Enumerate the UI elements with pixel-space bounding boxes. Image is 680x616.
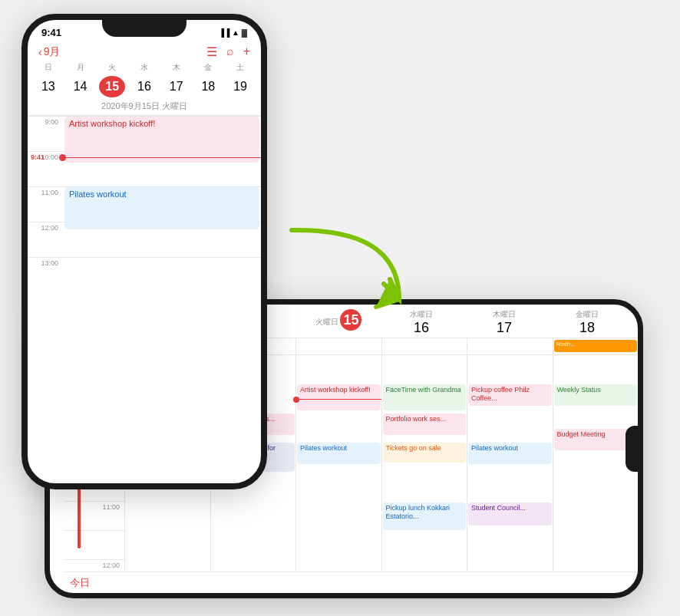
time-grid-portrait: 9:00 Artist workshop kickoff! 9:41 10:00… [28, 116, 261, 468]
allday-col-16 [382, 338, 468, 354]
event-pickup-coffee[interactable]: Pickup coffee Philz Coffee... [468, 384, 552, 406]
col-date-18[interactable]: 18 [546, 320, 629, 336]
date-15-today[interactable]: 15 [99, 76, 125, 97]
weekday-wed: 水 [131, 62, 157, 73]
time-content-13 [63, 258, 261, 292]
time-slot-11h [64, 530, 124, 559]
phone-portrait: 9:41 ▐▐ ▲ ▓ ‹ 9月 ☰ ⌕ + 日 月 火 水 木 金 土 13 … [21, 14, 267, 489]
today-button[interactable]: 今日 [70, 577, 90, 588]
notch [102, 20, 187, 37]
time-label-9: 9:00 [28, 117, 63, 126]
event-pilates-l[interactable]: Pilates workout [297, 443, 381, 464]
allday-col-15 [296, 338, 382, 354]
weekday-sun: 日 [35, 62, 61, 73]
date-16[interactable]: 16 [131, 76, 157, 97]
arrow-svg [276, 222, 414, 330]
back-chevron[interactable]: ‹ [38, 46, 42, 58]
time-content-9: Artist workshop kickoff! [63, 117, 261, 151]
time-label-12: 12:00 [28, 222, 63, 232]
arrow-container [276, 222, 414, 333]
time-label-13: 13:00 [28, 258, 63, 267]
current-time-line-landscape [296, 399, 381, 400]
list-icon[interactable]: ☰ [206, 44, 217, 59]
date-14[interactable]: 14 [68, 76, 94, 97]
dates-row: 13 14 15 16 17 18 19 [28, 74, 261, 99]
event-student-council[interactable]: Student Council... [468, 502, 552, 525]
event-portfolio-16[interactable]: Portfolio work ses... [383, 413, 467, 435]
time-label-11: 11:00 [28, 187, 63, 196]
day-col-15: Artist workshop kickoff! Pilates workout [296, 355, 382, 572]
col-day-18: 金曜日 [576, 310, 599, 318]
weekday-fri: 金 [195, 62, 221, 73]
time-content-11: Pilates workout [63, 187, 261, 222]
month-title: 9月 [44, 45, 61, 59]
time-slot-11: 11:00 [64, 501, 124, 530]
today-button-row: 今日 [64, 572, 638, 593]
time-content-12 [63, 222, 261, 257]
event-artist-l[interactable]: Artist workshop kickoff! [297, 384, 381, 410]
add-icon[interactable]: + [243, 44, 250, 59]
time-row-9: 9:00 Artist workshop kickoff! [28, 116, 261, 151]
month-back[interactable]: ‹ 9月 [38, 45, 60, 59]
time-row-11: 11:00 Pilates workout [28, 186, 261, 222]
event-budget-meeting[interactable]: Budget Meeting [554, 429, 638, 450]
date-18[interactable]: 18 [195, 76, 221, 97]
weekday-thu: 木 [163, 62, 190, 73]
weekday-labels: 日 月 火 水 木 金 土 [28, 61, 261, 74]
event-tickets[interactable]: Tickets go on sale [383, 443, 467, 463]
selected-date-label: 2020年9月15日 火曜日 [28, 99, 261, 116]
header-icons: ☰ ⌕ + [206, 44, 250, 59]
date-17[interactable]: 17 [163, 76, 190, 97]
notch-landscape-right [626, 426, 638, 472]
event-artist-label: Artist workshop kickoff! [69, 119, 155, 128]
weekday-tue: 火 [99, 62, 125, 73]
time-slot-12: 12:00 [64, 559, 124, 572]
current-time-label: 9:41 [31, 153, 45, 161]
current-time-line [63, 157, 261, 158]
col-header-18: 金曜日 18 [546, 309, 629, 336]
time-row-12: 12:00 [28, 222, 261, 257]
col-day-17: 木曜日 [493, 310, 516, 318]
col-date-17[interactable]: 17 [463, 320, 546, 336]
status-icons: ▐▐ ▲ ▓ [219, 28, 247, 37]
day-col-17: Pickup coffee Philz Coffee... Pilates wo… [467, 355, 553, 572]
event-pilates-label: Pilates workout [69, 189, 127, 199]
day-col-16: FaceTime with Grandma Portfolio work ses… [382, 355, 468, 572]
col-header-17: 木曜日 17 [463, 309, 546, 336]
event-pickup-lunch[interactable]: Pickup lunch Kokkari Estatorio... [383, 502, 467, 530]
weekday-mon: 月 [68, 62, 94, 73]
allday-col-18: Rosh... [553, 338, 639, 354]
event-facetime[interactable]: FaceTime with Grandma [383, 384, 467, 410]
status-time: 9:41 [41, 27, 61, 38]
time-row-13: 13:00 [28, 257, 261, 292]
calendar-header-portrait: ‹ 9月 ☰ ⌕ + [28, 41, 261, 61]
event-weekly-status[interactable]: Weekly Status [554, 384, 638, 406]
weekday-sat: 土 [227, 62, 253, 73]
search-icon[interactable]: ⌕ [226, 44, 234, 59]
date-19[interactable]: 19 [227, 76, 253, 97]
date-13[interactable]: 13 [35, 76, 61, 97]
allday-rosh[interactable]: Rosh... [554, 340, 638, 352]
event-pilates-17[interactable]: Pilates workout [468, 443, 552, 464]
allday-col-17 [467, 338, 553, 354]
